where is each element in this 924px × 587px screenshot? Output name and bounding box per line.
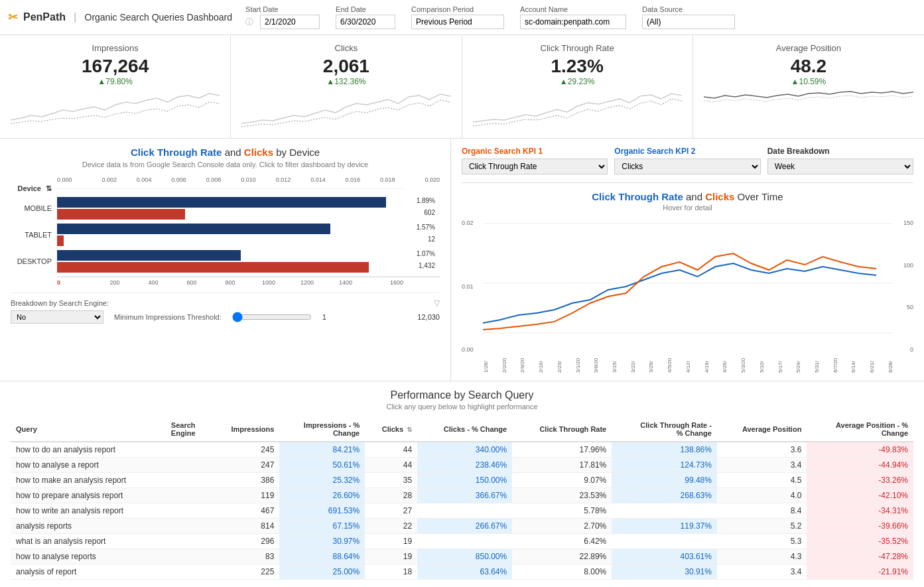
td-imp-change: 25.32%	[279, 473, 365, 488]
table-row[interactable]: how to analyse a report 247 50.61% 44 23…	[11, 458, 913, 473]
kpi-ctr-value: 1.23%	[473, 56, 682, 77]
line-chart-title-and: and	[686, 191, 705, 202]
td-engine	[166, 519, 211, 534]
td-avg-pos: 3.4	[717, 458, 807, 473]
filter-icon[interactable]: ⇅	[46, 184, 52, 192]
end-date-label: End Date	[336, 5, 395, 13]
td-clicks: 28	[365, 488, 417, 503]
td-avg-pos: 4.5	[717, 473, 807, 488]
table-row[interactable]: what is an analysis report 296 30.97% 19…	[11, 534, 913, 549]
mobile-clicks-value: 602	[424, 209, 435, 216]
x-label: 2/16/	[538, 353, 544, 373]
threshold-slider[interactable]	[232, 312, 312, 322]
kpi-clicks-value: 2,061	[241, 56, 450, 77]
td-engine	[166, 488, 211, 503]
kpi-row: Impressions 167,264 ▲79.80% Clicks 2,061…	[0, 35, 924, 139]
td-engine	[166, 534, 211, 549]
line-chart-title: Click Through Rate and Clicks Over Time	[462, 191, 913, 202]
table-row[interactable]: how to make an analysis report 386 25.32…	[11, 473, 913, 488]
td-clicks-change	[417, 503, 512, 519]
x-label: 5/31/	[814, 353, 820, 373]
kpi-clicks-title: Clicks	[241, 43, 450, 53]
kpi-impressions-chart	[11, 90, 220, 130]
x-label: 6/14/	[850, 353, 856, 373]
x-label: 5/3/20	[740, 353, 746, 373]
clicks-sort-icon[interactable]: ⇅	[407, 426, 412, 433]
table-row[interactable]: how to do an analysis report 245 84.21% …	[11, 442, 913, 458]
td-avg-pos: 4.3	[717, 549, 807, 564]
device-chart-panel: Click Through Rate and Clicks by Device …	[0, 139, 451, 381]
td-impressions: 119	[211, 488, 280, 503]
kpi-selector-1-select[interactable]: Click Through Rate	[462, 159, 608, 174]
table-row[interactable]: analysis reports 814 67.15% 22 266.67% 2…	[11, 519, 913, 534]
td-clicks: 35	[365, 473, 417, 488]
td-ctr-change: 119.37%	[612, 519, 717, 534]
td-query: what is an analysis report	[11, 534, 166, 549]
breakdown-label: Breakdown by Search Engine:	[11, 299, 109, 307]
kpi-selector-3-select[interactable]: Week	[767, 159, 913, 174]
td-avg-pos-change: -33.26%	[807, 473, 913, 488]
td-engine	[166, 503, 211, 519]
breakdown-select[interactable]: No	[11, 310, 103, 324]
td-ctr: 9.07%	[512, 473, 612, 488]
td-impressions: 467	[211, 503, 280, 519]
bar-row-mobile[interactable]: MOBILE 1.89% 602	[11, 197, 403, 220]
td-ctr-change: 30.91%	[612, 564, 717, 580]
start-date-input[interactable]	[260, 15, 320, 29]
td-clicks-change: 340.00%	[417, 442, 512, 458]
td-engine	[166, 564, 211, 580]
bar-label-tablet: TABLET	[11, 231, 57, 239]
x-label: 3/15/	[612, 353, 618, 373]
account-select[interactable]: sc-domain:penpath.com	[520, 15, 626, 29]
comparison-label: Comparison Period	[411, 5, 504, 13]
table-body: how to do an analysis report 245 84.21% …	[11, 442, 913, 580]
td-ctr-change	[612, 534, 717, 549]
th-clicks: Clicks ⇅	[365, 417, 417, 442]
bar-row-desktop[interactable]: DESKTOP 1.07% 1,432	[11, 250, 403, 273]
logo-brand: PenPath	[23, 11, 66, 23]
td-avg-pos-change: -34.31%	[807, 503, 913, 519]
y-axis-label-0: 0.02	[462, 220, 480, 226]
table-row[interactable]: how to prepare analysis report 119 26.60…	[11, 488, 913, 503]
kpi-ctr-chart	[473, 90, 682, 130]
comparison-select[interactable]: Previous Period	[411, 15, 504, 29]
y-axis-label-2: 0.00	[462, 346, 480, 353]
td-avg-pos: 3.4	[717, 564, 807, 580]
device-chart-subtitle: Device data is from Google Search Consol…	[11, 161, 440, 168]
end-date-input[interactable]	[336, 15, 395, 29]
td-avg-pos-change: -49.83%	[807, 442, 913, 458]
kpi-selector-1: Organic Search KPI 1 Click Through Rate	[462, 147, 608, 174]
td-imp-change: 50.61%	[279, 458, 365, 473]
threshold-min: 1	[322, 313, 326, 321]
header: ✂ PenPath | Organic Search Queries Dashb…	[0, 0, 924, 35]
table-row[interactable]: how to write an analysis report 467 691.…	[11, 503, 913, 519]
table-row[interactable]: analysis of report 225 25.00% 18 63.64% …	[11, 564, 913, 580]
kpi-selector-2: Organic Search KPI 2 Clicks	[614, 147, 760, 174]
td-avg-pos: 8.4	[717, 503, 807, 519]
datasource-select[interactable]: (All)	[642, 15, 735, 29]
x-label: 5/24/	[795, 353, 801, 373]
x-label: 6/21/	[869, 353, 875, 373]
table-row[interactable]: how to analyse reports 83 88.64% 19 850.…	[11, 549, 913, 564]
td-imp-change: 691.53%	[279, 503, 365, 519]
th-clicks-change: Clicks - % Change	[417, 417, 512, 442]
table-section: Performance by Search Query Click any qu…	[0, 381, 924, 587]
td-impressions: 386	[211, 473, 280, 488]
page-title: Organic Search Queries Dashboard	[85, 12, 233, 23]
breakdown-row: Breakdown by Search Engine: ▽	[11, 293, 440, 308]
th-avg-pos: Average Position	[717, 417, 807, 442]
main-content: Click Through Rate and Clicks by Device …	[0, 139, 924, 381]
start-date-label: Start Date	[245, 5, 320, 13]
td-avg-pos-change: -21.91%	[807, 564, 913, 580]
td-avg-pos: 5.3	[717, 534, 807, 549]
table-subtitle: Click any query below to highlight perfo…	[11, 403, 913, 411]
kpi-impressions: Impressions 167,264 ▲79.80%	[0, 35, 231, 138]
kpi-impressions-value: 167,264	[11, 56, 220, 77]
device-chart-title-orange: Clicks	[244, 147, 273, 158]
td-clicks: 22	[365, 519, 417, 534]
line-chart-title-suffix: Over Time	[738, 191, 783, 202]
y-right-label-3: 0	[896, 346, 913, 353]
kpi-selector-2-select[interactable]: Clicks	[614, 159, 760, 174]
bar-row-tablet[interactable]: TABLET 1.57% 12	[11, 224, 403, 246]
td-impressions: 83	[211, 549, 280, 564]
